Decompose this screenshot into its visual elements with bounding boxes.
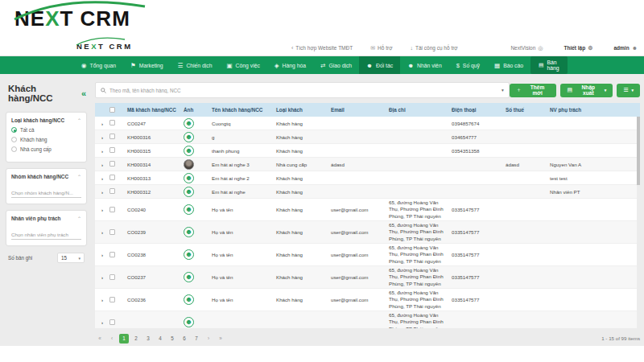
cell-type: Khách hàng	[274, 121, 328, 126]
radio-option-label: Nhà cung cấp	[20, 146, 52, 152]
row-checkbox[interactable]	[109, 207, 115, 212]
topbar-account-item[interactable]: NextVision◎	[510, 45, 543, 51]
pagination-page[interactable]: 5	[167, 334, 177, 343]
expand-row-icon[interactable]: ›	[95, 252, 107, 257]
row-checkbox[interactable]	[109, 252, 115, 257]
sidebar-collapse-icon[interactable]: «	[81, 88, 86, 98]
radio-icon	[11, 127, 17, 133]
expand-row-icon[interactable]: ›	[95, 229, 107, 235]
cell-type: Khách hàng	[274, 189, 328, 195]
chevron-up-icon[interactable]: ⌃	[77, 117, 81, 123]
topbar-link-label: Tích hợp Website TMĐT	[295, 45, 353, 51]
expand-row-icon[interactable]: ›	[95, 134, 107, 140]
row-select-cell	[107, 297, 125, 303]
pagination-page[interactable]: 2	[131, 334, 141, 343]
search-filter-caret-icon[interactable]: ▾	[502, 88, 504, 93]
cell-photo: ☻	[181, 272, 209, 282]
topbar-link-label: Hỗ trợ	[378, 45, 392, 51]
pagination-page[interactable]: 4	[155, 334, 165, 343]
cell-photo	[181, 159, 209, 170]
shopping-bag-icon: ▤	[539, 62, 543, 68]
radio-option[interactable]: Khách hàng	[11, 137, 81, 142]
nav-item-giao-dịch[interactable]: ⇄Giao dịch	[313, 56, 359, 74]
column-header: Email	[328, 107, 386, 113]
nav-item-hàng-hóa[interactable]: ◈Hàng hóa	[267, 56, 313, 74]
expand-row-icon[interactable]: ›	[95, 297, 107, 302]
expand-row-icon[interactable]: ›	[95, 175, 107, 181]
pagination-prev[interactable]: ‹	[107, 334, 117, 343]
table-row: ›CO0238☻Họ và tênKhách hànguser@gmail.co…	[95, 244, 640, 266]
search-icon	[101, 88, 106, 93]
list-icon: ☰	[178, 62, 184, 69]
table-row: ›CO0247☻CuongtqKhách hàng0394857674	[95, 117, 640, 130]
topbar-account-item[interactable]: Thiết lập⚙	[564, 45, 592, 51]
import-export-button[interactable]: ▤ Nhập xuất ▾	[560, 84, 613, 97]
filter-card-header: Nhóm khách hàng/NCC⌃	[11, 174, 81, 179]
filter-select-input[interactable]	[11, 188, 81, 198]
sidebar: Khách hàng/NCC « Loại khách hàng/NCC⌃Tất…	[0, 74, 93, 346]
row-checkbox[interactable]	[109, 319, 115, 325]
filter-select-input[interactable]	[11, 230, 81, 240]
column-header: Tên khách hàng/NCC	[209, 107, 274, 113]
expand-row-icon[interactable]: ›	[95, 274, 107, 280]
filter-card: Nhân viên phụ trách⌃	[6, 211, 86, 245]
cell-code: KH000313	[125, 175, 181, 181]
pagination-page[interactable]: 3	[143, 334, 153, 343]
nav-item-tổng-quan[interactable]: ◉Tổng quan	[74, 56, 123, 74]
nav-item-đối-tác[interactable]: ☻Đối tác	[359, 56, 400, 74]
menu-icon: ☰	[623, 87, 628, 93]
row-checkbox[interactable]	[109, 188, 115, 194]
radio-option[interactable]: Tất cả	[11, 127, 81, 133]
pagination-last[interactable]: »	[216, 334, 225, 343]
table-row: ›CO0239☻Họ và tênKhách hànguser@gmail.co…	[95, 221, 640, 244]
topbar-link[interactable]: ↓Tải công cụ hỗ trợ	[410, 45, 457, 51]
scrollbar-thumb[interactable]	[637, 117, 640, 185]
report-icon: ▦	[494, 62, 500, 69]
add-new-button[interactable]: ＋ Thêm mới	[510, 84, 557, 97]
row-checkbox[interactable]	[109, 161, 115, 167]
nav-item-nhân-viên[interactable]: ☻Nhân viên	[400, 56, 449, 74]
expand-row-icon[interactable]: ›	[95, 319, 107, 325]
select-all-checkbox[interactable]	[109, 107, 115, 113]
cell-code: KH000314	[125, 162, 181, 167]
radio-option[interactable]: Nhà cung cấp	[11, 146, 81, 152]
records-select[interactable]: 15 ▾	[57, 253, 85, 263]
search-box[interactable]: ▾	[95, 82, 510, 98]
row-checkbox[interactable]	[109, 120, 115, 125]
topbar-link[interactable]: ‹Tích hợp Website TMĐT	[291, 45, 353, 51]
list-options-button[interactable]: ☰ ▾	[617, 84, 640, 97]
pagination-page[interactable]: 6	[180, 334, 189, 343]
nav-item-chiến-dịch[interactable]: ☰Chiến dịch	[171, 56, 220, 74]
pagination-page[interactable]: 7	[192, 334, 201, 343]
row-checkbox[interactable]	[109, 147, 115, 153]
pagination-next[interactable]: ›	[204, 334, 213, 343]
account-label: admin	[613, 45, 629, 51]
pagination-page[interactable]: 1	[119, 334, 129, 343]
action-buttons: ＋ Thêm mới ▤ Nhập xuất ▾ ☰ ▾	[510, 82, 640, 98]
expand-row-icon[interactable]: ›	[95, 121, 107, 126]
chevron-up-icon[interactable]: ⌃	[77, 216, 81, 221]
expand-row-icon[interactable]: ›	[95, 189, 107, 195]
nav-item-marketing[interactable]: ⚑Marketing	[123, 56, 171, 74]
nav-item-công-việc[interactable]: ▣Công việc	[220, 56, 267, 74]
row-checkbox[interactable]	[109, 229, 115, 235]
row-checkbox[interactable]	[109, 175, 115, 180]
search-input[interactable]	[109, 88, 498, 93]
nav-item-số-quỹ[interactable]: $Số quỹ	[449, 56, 487, 74]
expand-row-icon[interactable]: ›	[95, 207, 107, 212]
topbar-account-item[interactable]: admin☻	[613, 45, 638, 51]
chevron-up-icon[interactable]: ⌃	[77, 174, 81, 179]
expand-row-icon[interactable]: ›	[95, 148, 107, 154]
nav-item-báo-cáo[interactable]: ▦Báo cáo	[487, 56, 530, 74]
table-row: ›KH000312☻Em hát ai ngheKhách hàngNhân v…	[95, 185, 640, 199]
pagination-first[interactable]: «	[95, 334, 105, 343]
row-checkbox[interactable]	[109, 134, 115, 139]
topbar-link[interactable]: ✉Hỗ trợ	[370, 45, 392, 51]
cell-name: Họ và tên	[209, 252, 274, 257]
sale-mode-button[interactable]: ▤Bán hàng	[530, 56, 568, 74]
expand-row-icon[interactable]: ›	[95, 162, 107, 167]
row-checkbox[interactable]	[109, 297, 115, 302]
table-row: ›KH000314Em hát ai nghe 3Nhà cung cấpáda…	[95, 158, 640, 171]
vertical-scrollbar[interactable]	[637, 117, 640, 328]
row-checkbox[interactable]	[109, 274, 115, 280]
